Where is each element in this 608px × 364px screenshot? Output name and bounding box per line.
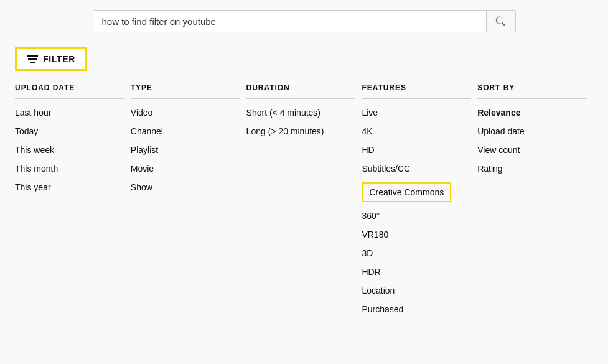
filter-item-this-month[interactable]: This month (15, 164, 124, 174)
filter-col-upload_date: UPLOAD DATELast hourTodayThis weekThis m… (15, 83, 131, 323)
filter-item-channel[interactable]: Channel (131, 126, 240, 136)
search-bar (93, 10, 516, 32)
filter-item-subtitles-cc[interactable]: Subtitles/CC (362, 164, 471, 174)
filter-item-360-[interactable]: 360° (362, 211, 471, 221)
search-input[interactable] (93, 11, 486, 32)
filter-col-header-type: TYPE (131, 83, 240, 99)
filter-item-show[interactable]: Show (131, 182, 240, 192)
filter-sliders-icon (27, 55, 38, 63)
filter-item-upload-date[interactable]: Upload date (477, 126, 587, 136)
filter-item-hd[interactable]: HD (362, 145, 471, 155)
filter-item-hdr[interactable]: HDR (362, 267, 471, 277)
filter-item-4k[interactable]: 4K (362, 126, 471, 136)
filter-panel: UPLOAD DATELast hourTodayThis weekThis m… (0, 78, 608, 342)
search-button[interactable] (486, 11, 515, 32)
filter-col-type: TYPEVideoChannelPlaylistMovieShow (131, 83, 246, 323)
filter-button-label: FILTER (43, 54, 75, 64)
filter-item-this-week[interactable]: This week (15, 145, 124, 155)
filter-col-sort_by: SORT BYRelevanceUpload dateView countRat… (477, 83, 593, 323)
filter-item-purchased[interactable]: Purchased (362, 304, 471, 314)
filter-item-vr180[interactable]: VR180 (362, 230, 471, 240)
filter-item-playlist[interactable]: Playlist (131, 145, 240, 155)
filter-item-3d[interactable]: 3D (362, 248, 471, 258)
filter-item-location[interactable]: Location (362, 286, 471, 296)
filter-item-view-count[interactable]: View count (477, 145, 587, 155)
filter-col-header-features: FEATURES (362, 83, 471, 99)
filter-col-features: FEATURESLive4KHDSubtitles/CCCreative Com… (362, 83, 477, 323)
filter-item-last-hour[interactable]: Last hour (15, 108, 124, 118)
filter-col-header-duration: DURATION (246, 83, 356, 99)
filter-area: FILTER (0, 42, 608, 78)
filter-item-relevance[interactable]: Relevance (477, 108, 587, 118)
filter-col-header-upload_date: UPLOAD DATE (15, 83, 124, 99)
filter-col-header-sort_by: SORT BY (477, 83, 587, 99)
filter-item-video[interactable]: Video (131, 108, 240, 118)
search-icon (495, 16, 507, 27)
filter-col-duration: DURATIONShort (< 4 minutes)Long (> 20 mi… (246, 83, 362, 323)
filter-button[interactable]: FILTER (15, 47, 87, 71)
filter-item-movie[interactable]: Movie (131, 164, 240, 174)
filter-item-rating[interactable]: Rating (477, 164, 587, 174)
filter-item-creative-commons[interactable]: Creative Commons (362, 182, 451, 202)
filter-item-short----4-minutes-[interactable]: Short (< 4 minutes) (246, 108, 356, 118)
search-area (0, 0, 608, 42)
filter-item-long----20-minutes-[interactable]: Long (> 20 minutes) (246, 126, 356, 136)
filter-item-this-year[interactable]: This year (15, 182, 124, 192)
filter-item-live[interactable]: Live (362, 108, 471, 118)
filter-item-today[interactable]: Today (15, 126, 124, 136)
